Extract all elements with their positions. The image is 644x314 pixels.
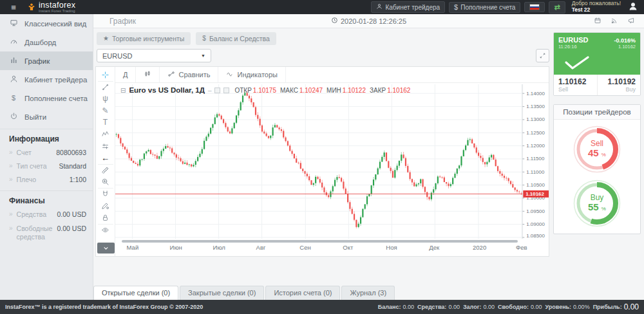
menu-icon[interactable]: ≡ — [0, 0, 27, 14]
quote-header[interactable]: EURUSD -0.016% 11:26:16 1.10162 — [554, 33, 640, 75]
deposit-label: Пополнение счета — [460, 4, 515, 11]
avatar[interactable] — [629, 2, 638, 12]
welcome-text: Добро пожаловать! Test 22 — [572, 1, 621, 14]
sidebar-item-0[interactable]: Классический вид — [0, 14, 93, 33]
buy-donut-value: 55 % — [588, 202, 606, 213]
tab-3[interactable]: Журнал (3) — [341, 286, 395, 300]
x-axis-label: 2020 — [473, 244, 486, 251]
exchange-button[interactable]: ⇄ — [549, 1, 565, 14]
ruler-tool[interactable] — [98, 164, 113, 176]
page-header: График 2020-01-28 12:26:25 — [93, 14, 644, 28]
sidebar-item-label: Выйти — [24, 113, 46, 121]
sell-cell[interactable]: 1.10162 Sell — [554, 75, 597, 95]
trader-cabinet-button[interactable]: Кабинет трейдера — [371, 1, 445, 13]
sidebar-item-3[interactable]: Кабинет трейдера — [0, 70, 93, 89]
megaphone-icon[interactable] — [627, 17, 635, 26]
toolbar-collapse-button[interactable] — [97, 243, 115, 254]
dollar-icon: $ — [9, 95, 18, 102]
collapse-legend-icon[interactable]: ⊟ — [120, 87, 126, 94]
info-row-label: Средства — [17, 210, 57, 219]
sidebar-item-label: График — [24, 57, 50, 65]
quote-price: 1.10162 — [618, 44, 636, 50]
text-tool-tool[interactable]: T — [98, 116, 113, 129]
draw-lock-tool[interactable] — [98, 200, 113, 212]
logo[interactable]: instaforex Instant Forex Trading — [27, 1, 75, 14]
compare-button[interactable]: Сравнить — [160, 67, 218, 82]
eye-tool[interactable] — [98, 224, 113, 236]
legend-dash: – — [208, 87, 212, 94]
trading-instruments-label: Торговые инструменты — [112, 35, 184, 42]
symbol-select[interactable]: EURUSD ▼ — [97, 49, 211, 62]
magnet-tool[interactable] — [98, 188, 113, 200]
chevron-right-icon: » — [9, 225, 13, 232]
info-row-label: Плечо — [17, 176, 70, 184]
fullscreen-button[interactable] — [536, 49, 549, 62]
legend-settings-icon[interactable] — [223, 88, 229, 93]
rss-icon[interactable] — [611, 17, 618, 26]
bottom-tabs: Открытые сделки (0)Закрытые сделки (0)Ис… — [93, 285, 644, 300]
person-icon — [376, 3, 383, 11]
sell-donut: Sell 45 % — [573, 125, 621, 174]
page-title: График — [109, 17, 136, 26]
username: Test 22 — [572, 7, 621, 14]
crosshair-tool[interactable] — [98, 69, 113, 81]
trendline-tool[interactable] — [98, 81, 113, 93]
arrow-left-tool[interactable]: ← — [98, 152, 113, 165]
check-icon — [562, 55, 636, 73]
drawing-toolbar: ψ✎T← — [96, 67, 115, 256]
sell-label: Sell — [558, 86, 592, 93]
footer-stat: Прибыль:0.00 — [593, 302, 639, 311]
svg-text:1.12500: 1.12500 — [526, 130, 545, 136]
clock-icon — [331, 17, 338, 25]
balance-funds-button[interactable]: $ Баланс и Средства — [196, 32, 276, 45]
candlestick-chart[interactable]: 1.140001.135001.130001.125001.120001.115… — [115, 84, 549, 239]
info-rows: »Счет80800693»Тип счетаStandard»Плечо1:1… — [9, 146, 86, 187]
chart-title[interactable]: Euro vs US Dollar, 1Д — [129, 86, 204, 94]
info-row-value: 80800693 — [56, 149, 86, 156]
calendar-icon[interactable] — [594, 17, 601, 26]
deposit-button[interactable]: $ Пополнение счета — [449, 2, 520, 13]
buy-cell[interactable]: 1.10192 Buy — [597, 75, 641, 95]
logo-tagline: Instant Forex Trading — [39, 9, 75, 13]
svg-text:1.13500: 1.13500 — [526, 104, 545, 109]
svg-text:1.09500: 1.09500 — [526, 208, 545, 214]
quote-card: EURUSD -0.016% 11:26:16 1.10162 — [553, 32, 641, 96]
timeframe-button[interactable]: Д — [115, 67, 136, 82]
footer-stat: Уровень:0.00% — [545, 304, 589, 310]
chart-scrollbar[interactable] — [122, 240, 518, 243]
lock-tool[interactable] — [98, 212, 113, 224]
language-button[interactable] — [524, 2, 545, 12]
footer-stat-value: 0.00 — [531, 304, 542, 310]
compare-label: Сравнить — [178, 71, 210, 78]
pattern-tool[interactable] — [98, 129, 113, 141]
zoom-in-tool[interactable] — [98, 176, 113, 189]
chart-bars-icon — [9, 56, 18, 66]
trading-instruments-button[interactable]: ★ Торговые инструменты — [97, 32, 191, 45]
tab-0[interactable]: Открытые сделки (0) — [93, 286, 178, 300]
chevron-right-icon: » — [9, 176, 13, 183]
tab-2[interactable]: История счета (0) — [265, 286, 340, 300]
person-icon — [9, 75, 18, 84]
tab-1[interactable]: Закрытые сделки (0) — [180, 286, 264, 300]
power-icon — [9, 112, 18, 122]
chevron-right-icon: » — [9, 149, 13, 156]
flag-ru-icon — [529, 4, 540, 10]
dashboard-icon — [9, 37, 18, 47]
sidebar-item-1[interactable]: Дашборд — [0, 33, 93, 51]
brush-tool[interactable]: ✎ — [98, 105, 113, 117]
position-tool[interactable] — [98, 140, 113, 152]
x-axis-label: Июл — [213, 244, 225, 251]
sidebar-item-2[interactable]: График — [0, 51, 93, 70]
legend-style-icon[interactable] — [214, 88, 220, 93]
pitchfork-tool[interactable]: ψ — [98, 93, 113, 105]
header-icons — [594, 17, 644, 26]
ohlc-item: МАКС1.10247 — [280, 87, 327, 94]
chart-style-button[interactable] — [136, 67, 160, 82]
svg-text:1.11500: 1.11500 — [526, 156, 545, 162]
sidebar-item-label: Пополнение счета — [24, 95, 88, 102]
account-stats: Баланс:0.00Средства:0.00Залог:0.00Свобод… — [378, 302, 639, 311]
sidebar-item-5[interactable]: Выйти — [0, 107, 93, 126]
sidebar-item-4[interactable]: $Пополнение счета — [0, 89, 93, 107]
indicators-button[interactable]: Индикаторы — [218, 67, 286, 82]
expand-icon — [539, 52, 546, 59]
